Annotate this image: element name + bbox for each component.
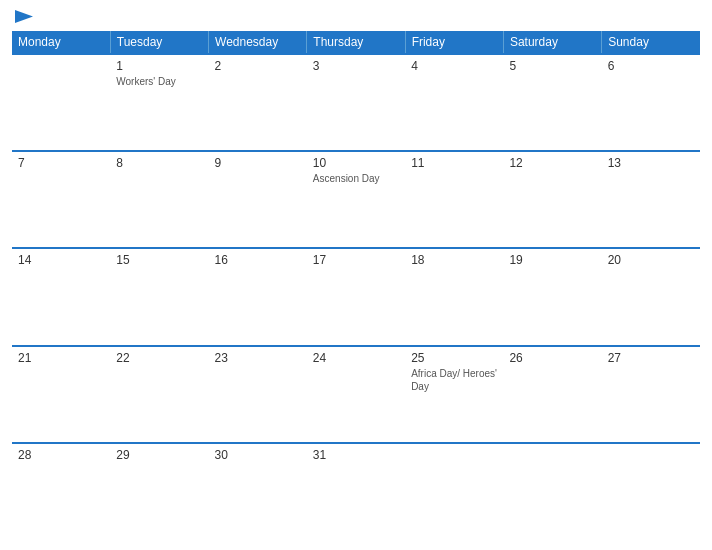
- day-number: 12: [509, 156, 595, 170]
- calendar-cell: 8: [110, 151, 208, 248]
- weekday-header: Thursday: [307, 31, 405, 54]
- calendar-cell: 1Workers' Day: [110, 54, 208, 151]
- logo: [12, 10, 33, 23]
- calendar-cell: 18: [405, 248, 503, 345]
- day-number: 2: [215, 59, 301, 73]
- day-number: 23: [215, 351, 301, 365]
- day-number: 27: [608, 351, 694, 365]
- calendar-cell: 20: [602, 248, 700, 345]
- day-number: 11: [411, 156, 497, 170]
- weekday-header: Monday: [12, 31, 110, 54]
- day-number: 28: [18, 448, 104, 462]
- calendar-cell: 22: [110, 346, 208, 443]
- day-number: 31: [313, 448, 399, 462]
- calendar-cell: 14: [12, 248, 110, 345]
- calendar-cell: 29: [110, 443, 208, 540]
- day-number: 22: [116, 351, 202, 365]
- calendar-table: MondayTuesdayWednesdayThursdayFridaySatu…: [12, 31, 700, 540]
- calendar-week-row: 14151617181920: [12, 248, 700, 345]
- calendar-cell: [12, 54, 110, 151]
- day-number: 21: [18, 351, 104, 365]
- calendar-cell: 19: [503, 248, 601, 345]
- calendar-cell: 12: [503, 151, 601, 248]
- weekday-header: Tuesday: [110, 31, 208, 54]
- calendar-cell: 7: [12, 151, 110, 248]
- day-number: 3: [313, 59, 399, 73]
- day-number: 18: [411, 253, 497, 267]
- calendar-page: MondayTuesdayWednesdayThursdayFridaySatu…: [0, 0, 712, 550]
- logo-blue-text: [12, 10, 33, 23]
- day-number: 24: [313, 351, 399, 365]
- day-number: 8: [116, 156, 202, 170]
- calendar-cell: 21: [12, 346, 110, 443]
- calendar-cell: [503, 443, 601, 540]
- holiday-label: Workers' Day: [116, 75, 202, 88]
- day-number: 15: [116, 253, 202, 267]
- calendar-cell: 23: [209, 346, 307, 443]
- calendar-cell: 3: [307, 54, 405, 151]
- calendar-cell: 11: [405, 151, 503, 248]
- day-number: 10: [313, 156, 399, 170]
- day-number: 16: [215, 253, 301, 267]
- weekday-header: Friday: [405, 31, 503, 54]
- day-number: 6: [608, 59, 694, 73]
- calendar-cell: 28: [12, 443, 110, 540]
- weekday-header: Saturday: [503, 31, 601, 54]
- day-number: 1: [116, 59, 202, 73]
- day-number: 9: [215, 156, 301, 170]
- day-number: 17: [313, 253, 399, 267]
- day-number: 30: [215, 448, 301, 462]
- calendar-cell: 31: [307, 443, 405, 540]
- calendar-body: 1Workers' Day2345678910Ascension Day1112…: [12, 54, 700, 540]
- holiday-label: Africa Day/ Heroes' Day: [411, 367, 497, 393]
- day-number: 4: [411, 59, 497, 73]
- day-number: 29: [116, 448, 202, 462]
- day-number: 13: [608, 156, 694, 170]
- calendar-cell: 4: [405, 54, 503, 151]
- calendar-cell: 25Africa Day/ Heroes' Day: [405, 346, 503, 443]
- weekday-header: Wednesday: [209, 31, 307, 54]
- day-number: 26: [509, 351, 595, 365]
- day-number: 20: [608, 253, 694, 267]
- calendar-week-row: 1Workers' Day23456: [12, 54, 700, 151]
- weekday-row: MondayTuesdayWednesdayThursdayFridaySatu…: [12, 31, 700, 54]
- calendar-week-row: 28293031: [12, 443, 700, 540]
- day-number: 5: [509, 59, 595, 73]
- calendar-cell: 15: [110, 248, 208, 345]
- svg-marker-0: [15, 10, 33, 23]
- calendar-cell: 17: [307, 248, 405, 345]
- day-number: 14: [18, 253, 104, 267]
- day-number: 7: [18, 156, 104, 170]
- calendar-week-row: 2122232425Africa Day/ Heroes' Day2627: [12, 346, 700, 443]
- day-number: 25: [411, 351, 497, 365]
- calendar-cell: 9: [209, 151, 307, 248]
- calendar-cell: 16: [209, 248, 307, 345]
- weekday-header: Sunday: [602, 31, 700, 54]
- calendar-cell: 24: [307, 346, 405, 443]
- calendar-cell: 5: [503, 54, 601, 151]
- calendar-cell: [602, 443, 700, 540]
- calendar-cell: 26: [503, 346, 601, 443]
- day-number: 19: [509, 253, 595, 267]
- calendar-cell: 2: [209, 54, 307, 151]
- header: [12, 10, 700, 23]
- calendar-cell: 27: [602, 346, 700, 443]
- calendar-cell: 30: [209, 443, 307, 540]
- calendar-week-row: 78910Ascension Day111213: [12, 151, 700, 248]
- calendar-cell: 10Ascension Day: [307, 151, 405, 248]
- calendar-cell: [405, 443, 503, 540]
- holiday-label: Ascension Day: [313, 172, 399, 185]
- calendar-cell: 6: [602, 54, 700, 151]
- logo-flag-icon: [15, 10, 33, 23]
- calendar-header: MondayTuesdayWednesdayThursdayFridaySatu…: [12, 31, 700, 54]
- calendar-cell: 13: [602, 151, 700, 248]
